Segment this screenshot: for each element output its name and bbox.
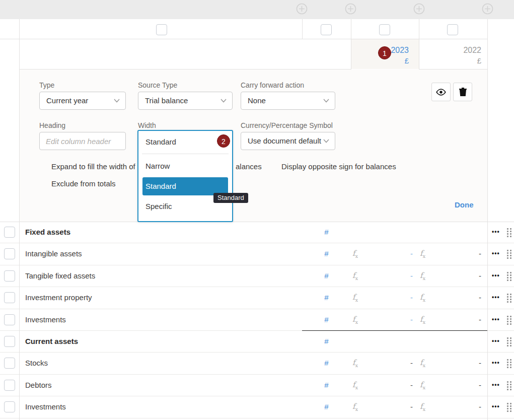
row-menu-ellipsis[interactable]: ••• bbox=[492, 381, 504, 388]
drag-handle-icon[interactable] bbox=[506, 271, 512, 284]
add-column-plus-icon[interactable] bbox=[482, 3, 493, 15]
row-checkbox[interactable] bbox=[4, 227, 15, 238]
row-menu-ellipsis[interactable]: ••• bbox=[492, 250, 504, 257]
type-select[interactable]: Current year bbox=[39, 92, 126, 110]
value-2022[interactable]: - bbox=[451, 293, 481, 302]
drag-handle-icon[interactable] bbox=[506, 337, 512, 349]
currency-symbol-select[interactable]: Use document default bbox=[241, 132, 335, 150]
drag-handle-icon[interactable] bbox=[506, 249, 512, 261]
header-row-divider bbox=[0, 39, 487, 39]
row-menu-ellipsis[interactable]: ••• bbox=[492, 228, 504, 235]
value-2023[interactable]: - bbox=[383, 315, 413, 324]
source-type-value: Trial balance bbox=[145, 96, 188, 105]
value-2022[interactable]: - bbox=[451, 271, 481, 280]
formula-icon[interactable]: fx bbox=[420, 380, 425, 390]
currency-symbol: £ bbox=[419, 55, 481, 66]
row-label: Fixed assets bbox=[25, 228, 70, 236]
formula-icon[interactable]: fx bbox=[420, 249, 425, 259]
add-column-plus-icon[interactable] bbox=[296, 3, 308, 15]
numbering-hash[interactable]: # bbox=[302, 337, 351, 345]
type-value: Current year bbox=[46, 96, 88, 105]
formula-icon[interactable]: fx bbox=[420, 315, 425, 325]
row-menu-ellipsis[interactable]: ••• bbox=[492, 294, 504, 301]
numbering-hash[interactable]: # bbox=[302, 402, 351, 411]
numbering-hash[interactable]: # bbox=[302, 359, 351, 367]
numbering-hash[interactable]: # bbox=[302, 315, 351, 324]
formula-icon[interactable]: fx bbox=[352, 249, 358, 259]
formula-icon[interactable]: fx bbox=[420, 271, 425, 281]
annotation-badge-1: 1 bbox=[378, 46, 391, 59]
row-label: Investment property bbox=[25, 293, 92, 302]
numbering-hash[interactable]: # bbox=[302, 271, 351, 280]
chevron-down-icon bbox=[323, 138, 330, 144]
drag-handle-icon[interactable] bbox=[506, 293, 512, 305]
currency-symbol-label: Currency/Percentage Symbol bbox=[241, 121, 333, 129]
value-2023[interactable]: - bbox=[383, 293, 413, 302]
formula-icon[interactable]: fx bbox=[352, 358, 358, 368]
row-checkbox[interactable] bbox=[4, 358, 15, 369]
value-2022[interactable]: - bbox=[451, 359, 481, 367]
drag-handle-icon[interactable] bbox=[506, 381, 512, 393]
visibility-button[interactable] bbox=[431, 83, 451, 101]
row-checkbox[interactable] bbox=[4, 270, 15, 282]
row-menu-ellipsis[interactable]: ••• bbox=[492, 272, 504, 279]
formula-icon[interactable]: fx bbox=[352, 380, 358, 390]
trash-icon bbox=[459, 88, 467, 97]
row-menu-ellipsis[interactable]: ••• bbox=[492, 316, 504, 323]
value-2023[interactable]: - bbox=[383, 402, 413, 411]
formula-icon[interactable]: fx bbox=[420, 293, 425, 303]
numbering-hash[interactable]: # bbox=[302, 249, 351, 258]
row-menu-ellipsis[interactable]: ••• bbox=[492, 403, 504, 410]
drag-handle-icon[interactable] bbox=[506, 402, 512, 414]
add-column-plus-icon[interactable] bbox=[413, 3, 425, 15]
delete-column-button[interactable] bbox=[453, 83, 472, 101]
table-row: Debtors # fx - fx - ••• bbox=[0, 375, 514, 396]
source-type-select[interactable]: Trial balance bbox=[138, 92, 233, 110]
column-select-checkbox-2022[interactable] bbox=[447, 24, 458, 35]
column-header-2022[interactable]: 2022 £ bbox=[419, 45, 481, 66]
value-2022[interactable]: - bbox=[451, 315, 481, 324]
row-checkbox[interactable] bbox=[4, 248, 15, 259]
formula-icon[interactable]: fx bbox=[420, 358, 425, 368]
drag-handle-icon[interactable] bbox=[506, 359, 512, 371]
row-checkbox[interactable] bbox=[4, 401, 15, 412]
dropdown-divider bbox=[142, 154, 229, 154]
currency-symbol-value: Use document default bbox=[248, 136, 321, 145]
formula-icon[interactable]: fx bbox=[352, 293, 358, 303]
done-link[interactable]: Done bbox=[455, 200, 474, 209]
column-select-checkbox-numbering[interactable] bbox=[321, 24, 332, 35]
row-checkbox[interactable] bbox=[4, 380, 15, 391]
column-select-checkbox-2023[interactable] bbox=[379, 24, 390, 35]
formula-icon[interactable]: fx bbox=[352, 402, 358, 412]
formula-icon[interactable]: fx bbox=[352, 271, 358, 281]
row-checkbox[interactable] bbox=[4, 314, 15, 325]
numbering-hash[interactable]: # bbox=[302, 293, 351, 302]
heading-input[interactable] bbox=[39, 132, 126, 150]
formula-icon[interactable]: fx bbox=[420, 402, 425, 412]
row-label: Debtors bbox=[25, 381, 52, 389]
value-2023[interactable]: - bbox=[383, 249, 413, 258]
numbering-hash[interactable]: # bbox=[302, 228, 351, 236]
row-menu-ellipsis[interactable]: ••• bbox=[492, 337, 504, 344]
row-menu-ellipsis[interactable]: ••• bbox=[492, 359, 504, 366]
drag-handle-icon[interactable] bbox=[506, 228, 512, 240]
table-row: Investments # fx - fx - ••• bbox=[0, 309, 514, 331]
row-label: Stocks bbox=[25, 359, 48, 367]
value-2022[interactable]: - bbox=[451, 381, 481, 389]
carry-forward-select[interactable]: None bbox=[241, 92, 335, 110]
formula-icon[interactable]: fx bbox=[352, 315, 358, 325]
drag-handle-icon[interactable] bbox=[506, 315, 512, 327]
row-label: Intangible assets bbox=[25, 249, 82, 258]
value-2023[interactable]: - bbox=[383, 271, 413, 280]
value-2023[interactable]: - bbox=[383, 359, 413, 367]
row-checkbox[interactable] bbox=[4, 292, 15, 303]
value-2022[interactable]: - bbox=[451, 249, 481, 258]
value-2023[interactable]: - bbox=[383, 381, 413, 389]
width-option-narrow[interactable]: Narrow bbox=[138, 157, 232, 175]
value-2022[interactable]: - bbox=[451, 402, 481, 411]
add-column-plus-icon[interactable] bbox=[345, 3, 356, 15]
row-checkbox[interactable] bbox=[4, 336, 15, 347]
panel-bottom-border bbox=[0, 222, 514, 222]
numbering-hash[interactable]: # bbox=[302, 381, 351, 389]
column-select-checkbox-description[interactable] bbox=[156, 24, 167, 35]
